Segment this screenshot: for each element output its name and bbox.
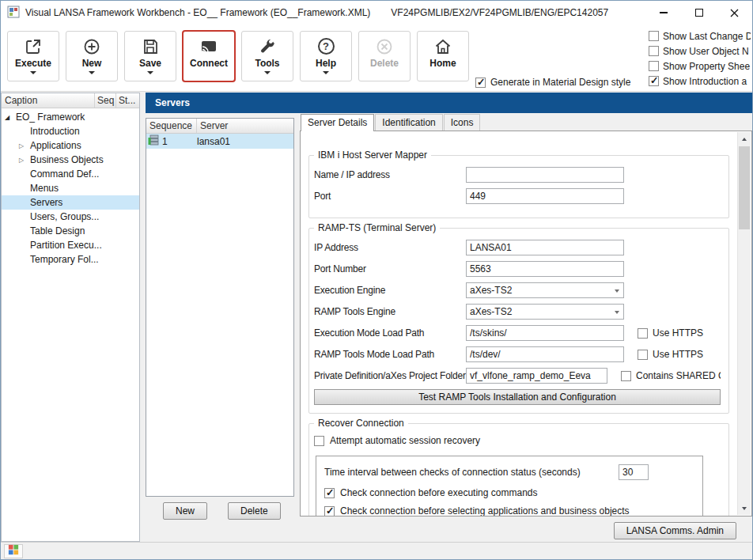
private-definition-folder-input[interactable] <box>466 368 607 384</box>
new-server-button[interactable]: New <box>163 502 207 520</box>
tree-item-table-design[interactable]: Table Design <box>2 224 139 238</box>
tools-button[interactable]: Tools <box>241 31 293 81</box>
tree-item-label: Applications <box>30 140 81 151</box>
form-field: IP Address <box>314 240 721 255</box>
server-column-header[interactable]: Server <box>197 119 293 133</box>
contains-shared-checkbox[interactable] <box>621 371 631 381</box>
dropdown-arrow-icon[interactable] <box>323 71 329 74</box>
minimize-button[interactable] <box>645 1 681 25</box>
field-label: RAMP Tools Engine <box>314 306 466 317</box>
execution-engine-select[interactable]: aXes-TS2 <box>466 282 624 298</box>
dropdown-arrow-icon[interactable] <box>30 71 36 74</box>
tab-icons[interactable]: Icons <box>444 114 481 131</box>
ramp-tools-engine-select[interactable]: aXes-TS2 <box>466 304 624 320</box>
show-user-object-checkbox[interactable] <box>649 46 659 56</box>
tools-icon <box>258 36 277 57</box>
ibm-host-server-mapper-group: IBM i Host Server Mapper Name / IP addre… <box>308 155 729 218</box>
execution-mode-load-path-input[interactable] <box>466 325 624 341</box>
port-number-input[interactable] <box>466 261 624 277</box>
test-ramp-tools-button[interactable]: Test RAMP Tools Installation and Configu… <box>314 389 721 405</box>
connect-icon <box>199 36 218 57</box>
sequence-column-header[interactable]: Sequence <box>146 119 197 133</box>
tree-item-menus[interactable]: Menus <box>2 181 139 195</box>
ramp-tools-mode-load-path-input[interactable] <box>466 346 624 362</box>
tree-item-applications[interactable]: Applications <box>2 138 139 153</box>
dropdown-arrow-icon[interactable] <box>147 71 153 74</box>
use-https-row: Use HTTPS <box>638 349 703 360</box>
ip-address-input[interactable] <box>466 240 624 255</box>
show-last-change-checkbox[interactable] <box>649 31 659 41</box>
tree-item-temporary-folder[interactable]: Temporary Fol... <box>2 252 139 267</box>
tree-item-servers[interactable]: Servers <box>2 195 139 210</box>
interval-input[interactable] <box>619 464 649 480</box>
tree-item-business-objects[interactable]: Business Objects <box>2 153 139 167</box>
field-label: RAMP Tools Mode Load Path <box>314 349 466 360</box>
close-button[interactable] <box>717 1 752 25</box>
tree-item-label: Table Design <box>30 225 85 236</box>
use-https-checkbox[interactable] <box>638 350 648 360</box>
tab-server-details[interactable]: Server Details <box>301 114 374 131</box>
save-icon <box>141 36 160 57</box>
tree-item-label: Business Objects <box>30 154 104 165</box>
scroll-up-icon[interactable] <box>738 132 751 146</box>
form-field: Execution Mode Load Path Use HTTPS <box>314 325 721 341</box>
connect-button[interactable]: Connect <box>183 31 235 81</box>
tree-item-partition-execution[interactable]: Partition Execu... <box>2 238 139 252</box>
checkbox-label: Use HTTPS <box>653 349 703 360</box>
show-property-sheet-checkbox[interactable] <box>649 61 659 71</box>
tree-item-label: Command Def... <box>30 168 99 180</box>
tree-item-label: Introduction <box>30 126 80 137</box>
st-column-header[interactable]: St... <box>116 93 139 108</box>
checkbox-label: Check connection before selecting applic… <box>340 505 630 516</box>
material-design-checkbox[interactable] <box>475 78 486 88</box>
tree-item-users-groups[interactable]: Users, Groups... <box>2 210 139 224</box>
use-https-checkbox[interactable] <box>638 328 648 339</box>
status-bar <box>1 542 752 559</box>
question-mark-glyph: ? <box>323 40 329 52</box>
new-icon <box>82 36 101 57</box>
server-list-column: Sequence Server <box>146 113 294 542</box>
delete-server-button[interactable]: Delete <box>228 502 281 520</box>
scrollbar-thumb[interactable] <box>739 146 750 229</box>
tree-expand-icon[interactable] <box>19 142 30 149</box>
tree-item-command-def[interactable]: Command Def... <box>2 167 139 181</box>
dropdown-arrow-icon[interactable] <box>264 71 271 74</box>
main-toolbar: Execute New Save <box>1 25 752 92</box>
seq-column-header[interactable]: Seq <box>95 93 116 108</box>
form-field: Execution Engine aXes-TS2 <box>314 282 721 298</box>
execute-button[interactable]: Execute <box>7 31 59 81</box>
tree-item-eo-framework[interactable]: EO_ Framework <box>2 110 139 124</box>
tree-column-headers: Caption Seq St... <box>2 93 139 108</box>
save-button[interactable]: Save <box>124 31 176 81</box>
framework-tree: EO_ Framework Introduction Applications … <box>2 108 139 541</box>
delete-icon <box>375 36 394 57</box>
caption-column-header[interactable]: Caption <box>2 93 95 108</box>
name-ip-address-input[interactable] <box>466 167 624 183</box>
details-scrollbar[interactable] <box>737 132 751 515</box>
home-button[interactable]: Home <box>417 31 469 81</box>
dropdown-arrow-icon[interactable] <box>89 71 95 74</box>
tree-collapse-icon[interactable] <box>5 114 16 121</box>
field-label: Execution Engine <box>314 285 466 296</box>
attempt-recovery-checkbox[interactable] <box>314 436 324 446</box>
lansa-comms-admin-button[interactable]: LANSA Comms. Admin <box>614 522 736 539</box>
tree-item-introduction[interactable]: Introduction <box>2 124 139 138</box>
maximize-button[interactable] <box>681 1 717 25</box>
check-before-commands-checkbox[interactable] <box>324 488 335 498</box>
form-field: Time interval between checks of connecti… <box>324 464 694 480</box>
save-label: Save <box>139 58 161 69</box>
tree-expand-icon[interactable] <box>19 157 30 164</box>
new-button[interactable]: New <box>66 31 118 81</box>
checkbox-label: Use HTTPS <box>653 327 703 339</box>
show-introduction-checkbox[interactable] <box>649 76 659 86</box>
tab-identification[interactable]: Identification <box>375 114 442 131</box>
server-row-lansa01[interactable]: 1 lansa01 <box>146 134 293 149</box>
check-before-selecting-checkbox[interactable] <box>324 506 335 516</box>
app-icon[interactable] <box>7 6 20 21</box>
execute-icon <box>24 36 43 57</box>
checkbox-label: Attempt automatic session recovery <box>330 435 480 446</box>
checkbox-label: Check connection before executing comman… <box>340 487 537 498</box>
help-button[interactable]: ? Help <box>300 31 352 81</box>
scroll-down-icon[interactable] <box>738 501 751 515</box>
port-input[interactable] <box>466 188 624 204</box>
